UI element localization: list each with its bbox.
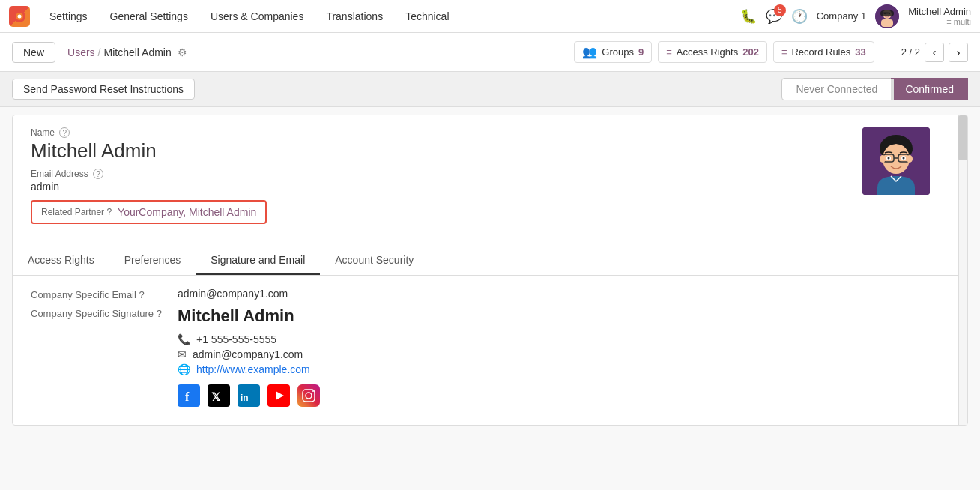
company-selector[interactable]: Company 1 (817, 10, 866, 22)
settings-gear-icon[interactable]: ⚙ (178, 46, 187, 58)
status-bar: Send Password Reset Instructions Never C… (0, 72, 980, 107)
main-menu: Settings General Settings Users & Compan… (45, 7, 725, 25)
tab-access-rights[interactable]: Access Rights (13, 246, 109, 275)
email-value: admin (31, 181, 940, 193)
linkedin-icon[interactable]: in (238, 384, 260, 407)
new-button[interactable]: New (12, 42, 55, 63)
status-steps: Never Connected Confirmed (781, 78, 968, 100)
name-value: Mitchell Admin (31, 139, 940, 163)
email-icon: ✉ (178, 348, 187, 360)
svg-point-2 (18, 14, 22, 18)
user-avatar-image[interactable] (862, 127, 930, 195)
topnav-right: 🐛 💬 5 🕐 Company 1 Mitchell Admin ≡ multi (740, 4, 971, 28)
related-partner-label: Related Partner ? (41, 207, 112, 217)
app-logo[interactable] (9, 6, 30, 27)
svg-point-18 (888, 157, 890, 160)
name-help-icon[interactable]: ? (59, 127, 70, 138)
record-rules-count: 33 (855, 46, 865, 58)
record-rules-icon: ≡ (781, 46, 787, 58)
notification-bell[interactable]: 💬 5 (766, 8, 782, 25)
menu-translations[interactable]: Translations (321, 7, 387, 25)
company-email-label: Company Specific Email ? (31, 288, 166, 300)
company-sig-help[interactable]: ? (157, 308, 162, 319)
menu-users-companies[interactable]: Users & Companies (206, 7, 309, 25)
status-confirmed[interactable]: Confirmed (891, 78, 968, 100)
related-partner-help-icon[interactable]: ? (106, 207, 112, 217)
form-body: Name ? Mitchell Admin Email Address ? ad… (13, 115, 967, 246)
sig-name: Mitchell Admin (178, 306, 949, 326)
pagination: 2 / 2 ‹ › (901, 43, 968, 62)
access-rights-label: Access Rights (677, 46, 738, 58)
scrollbar-track[interactable] (958, 115, 967, 425)
status-never-connected[interactable]: Never Connected (781, 78, 892, 100)
svg-point-21 (907, 155, 913, 163)
sig-email: admin@company1.com (193, 348, 303, 360)
form-tabs: Access Rights Preferences Signature and … (13, 246, 967, 276)
groups-pill[interactable]: 👥 Groups 9 (574, 41, 652, 63)
company-email-help[interactable]: ? (139, 289, 145, 300)
signature-block: Mitchell Admin 📞 +1 555-555-5555 ✉ admin… (178, 306, 949, 407)
svg-point-19 (903, 157, 905, 160)
user-name: Mitchell Admin (908, 6, 971, 17)
company-email-row: Company Specific Email ? admin@company1.… (31, 288, 949, 300)
phone-icon: 📞 (178, 333, 190, 345)
globe-icon: 🌐 (178, 363, 190, 375)
next-button[interactable]: › (949, 43, 968, 62)
user-sub: ≡ multi (946, 17, 971, 26)
svg-point-20 (880, 155, 886, 163)
svg-text:in: in (241, 393, 249, 403)
email-help-icon[interactable]: ? (93, 169, 103, 179)
youtube-icon[interactable] (267, 384, 290, 407)
company-email-value: admin@company1.com (178, 288, 949, 300)
sig-phone-row: 📞 +1 555-555-5555 (178, 333, 949, 345)
twitter-x-icon[interactable]: 𝕏 (208, 384, 230, 407)
tab-content-signature-email: Company Specific Email ? admin@company1.… (13, 276, 967, 425)
record-rules-pill[interactable]: ≡ Record Rules 33 (773, 41, 874, 63)
breadcrumb: Users / Mitchell Admin ⚙ (67, 46, 187, 58)
related-partner-box: Related Partner ? YourCompany, Mitchell … (31, 200, 267, 224)
pagination-text: 2 / 2 (901, 46, 920, 58)
groups-label: Groups (602, 46, 634, 58)
send-reset-button[interactable]: Send Password Reset Instructions (12, 79, 195, 100)
action-bar: New Users / Mitchell Admin ⚙ 👥 Groups 9 … (0, 33, 980, 72)
svg-text:f: f (185, 390, 190, 403)
stat-pills: 👥 Groups 9 ≡ Access Rights 202 ≡ Record … (574, 41, 874, 63)
svg-point-33 (312, 390, 314, 392)
record-rules-label: Record Rules (791, 46, 850, 58)
notification-count: 5 (774, 4, 786, 16)
menu-technical[interactable]: Technical (401, 7, 453, 25)
tab-account-security[interactable]: Account Security (320, 246, 429, 275)
menu-general-settings[interactable]: General Settings (106, 7, 193, 25)
name-label: Name ? (31, 127, 940, 138)
groups-count: 9 (638, 46, 644, 58)
facebook-icon[interactable]: f (178, 384, 200, 407)
access-rights-icon: ≡ (666, 46, 672, 58)
scrollbar-thumb[interactable] (958, 115, 967, 160)
email-label: Email Address ? (31, 169, 940, 179)
bug-icon[interactable]: 🐛 (740, 8, 757, 25)
instagram-icon[interactable] (297, 384, 320, 407)
top-navigation: Settings General Settings Users & Compan… (0, 0, 980, 33)
svg-rect-9 (883, 12, 889, 14)
svg-rect-5 (881, 19, 893, 27)
company-sig-label: Company Specific Signature ? (31, 306, 166, 407)
company-sig-row: Company Specific Signature ? Mitchell Ad… (31, 306, 949, 407)
social-icons: f 𝕏 in (178, 384, 949, 407)
access-rights-pill[interactable]: ≡ Access Rights 202 (658, 41, 767, 63)
menu-settings[interactable]: Settings (45, 7, 92, 25)
tab-preferences[interactable]: Preferences (109, 246, 196, 275)
sig-phone: +1 555-555-5555 (196, 333, 276, 345)
related-partner-value[interactable]: YourCompany, Mitchell Admin (118, 206, 256, 218)
tab-signature-email[interactable]: Signature and Email (196, 246, 320, 275)
svg-text:𝕏: 𝕏 (211, 390, 221, 403)
user-avatar[interactable] (875, 4, 899, 28)
clock-icon[interactable]: 🕐 (791, 8, 808, 25)
sig-website[interactable]: http://www.example.com (196, 363, 310, 375)
main-form: Name ? Mitchell Admin Email Address ? ad… (12, 115, 968, 426)
prev-button[interactable]: ‹ (925, 43, 944, 62)
user-info: Mitchell Admin ≡ multi (908, 6, 971, 26)
sig-website-row: 🌐 http://www.example.com (178, 363, 949, 375)
breadcrumb-users[interactable]: Users (67, 46, 95, 58)
breadcrumb-current: Mitchell Admin (103, 46, 171, 58)
groups-icon: 👥 (582, 45, 597, 59)
